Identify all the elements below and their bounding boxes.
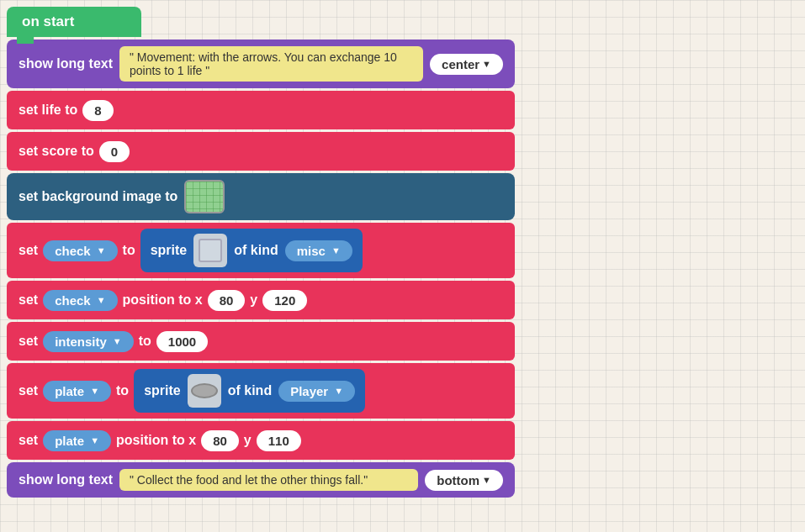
bg-image-thumbnail[interactable] xyxy=(184,180,225,213)
set-check-label: set xyxy=(19,243,38,258)
text-content-2[interactable]: " Collect the food and let the other thi… xyxy=(119,469,418,491)
show-long-text-block-1: show long text " Movement: with the arro… xyxy=(7,40,515,88)
intensity-value[interactable]: 1000 xyxy=(156,331,208,352)
of-kind-label-plate: of kind xyxy=(228,383,272,398)
on-start-header: on start xyxy=(7,7,141,37)
set-life-block: set life to 8 xyxy=(7,91,515,129)
text-content-1[interactable]: " Movement: with the arrows. You can exc… xyxy=(119,46,423,82)
set-intensity-label: set xyxy=(19,334,38,349)
set-plate-pos-label: set xyxy=(19,433,38,448)
bg-image-label: set background image to xyxy=(19,189,177,204)
set-check-pos-label: set xyxy=(19,292,38,308)
set-plate-position-block: set plate ▼ position to x 80 y 110 xyxy=(7,421,515,460)
pos-to-label: position to x xyxy=(123,292,203,308)
plate-x-value[interactable]: 80 xyxy=(201,430,239,451)
plate-y-value[interactable]: 110 xyxy=(257,430,301,451)
show-long-text-label-1: show long text xyxy=(19,56,113,71)
kind-player-dropdown[interactable]: Player ▼ xyxy=(278,381,355,402)
show-long-text-label-2: show long text xyxy=(19,472,113,487)
y-label-plate: y xyxy=(244,433,252,448)
plate-pos-var-dropdown[interactable]: plate ▼ xyxy=(43,430,111,451)
check-sprite-preview[interactable] xyxy=(193,234,227,267)
set-plate-sprite-block: set plate ▼ to sprite of kind Player ▼ xyxy=(7,363,515,419)
intensity-var-dropdown[interactable]: intensity ▼ xyxy=(43,331,134,352)
set-check-sprite-block: set check ▼ to sprite of kind misc ▼ xyxy=(7,223,515,278)
set-score-label: set score to xyxy=(19,144,94,159)
check-x-value[interactable]: 80 xyxy=(208,290,246,311)
sprite-inner-check: sprite of kind misc ▼ xyxy=(140,229,363,272)
life-value[interactable]: 8 xyxy=(82,100,113,121)
sprite-inner-plate: sprite of kind Player ▼ xyxy=(134,369,365,413)
align-dropdown-1[interactable]: center ▼ xyxy=(430,54,503,75)
score-value[interactable]: 0 xyxy=(99,141,130,162)
sprite-label-plate: sprite xyxy=(144,383,181,398)
to-label-intensity: to xyxy=(139,334,151,349)
check-var-dropdown[interactable]: check ▼ xyxy=(43,240,117,261)
show-long-text-block-2: show long text " Collect the food and le… xyxy=(7,462,515,498)
check-pos-var-dropdown[interactable]: check ▼ xyxy=(43,290,117,311)
plate-var-dropdown[interactable]: plate ▼ xyxy=(43,381,111,402)
align-dropdown-2[interactable]: bottom ▼ xyxy=(425,470,503,491)
kind-misc-dropdown[interactable]: misc ▼ xyxy=(285,240,352,261)
y-label-check: y xyxy=(250,292,257,308)
of-kind-label-check: of kind xyxy=(234,243,278,258)
set-intensity-block: set intensity ▼ to 1000 xyxy=(7,322,515,361)
set-check-position-block: set check ▼ position to x 80 y 120 xyxy=(7,281,515,319)
to-label-plate: to xyxy=(116,383,129,398)
sprite-label-check: sprite xyxy=(151,243,188,258)
plate-sprite-preview[interactable] xyxy=(188,374,221,408)
set-score-block: set score to 0 xyxy=(7,132,515,171)
set-plate-label: set xyxy=(19,383,38,398)
to-label-check: to xyxy=(123,243,135,258)
set-bg-image-block: set background image to xyxy=(7,173,515,220)
plate-pos-to-label: position to x xyxy=(116,433,196,448)
set-life-label: set life to xyxy=(19,103,77,118)
check-y-value[interactable]: 120 xyxy=(262,290,307,311)
